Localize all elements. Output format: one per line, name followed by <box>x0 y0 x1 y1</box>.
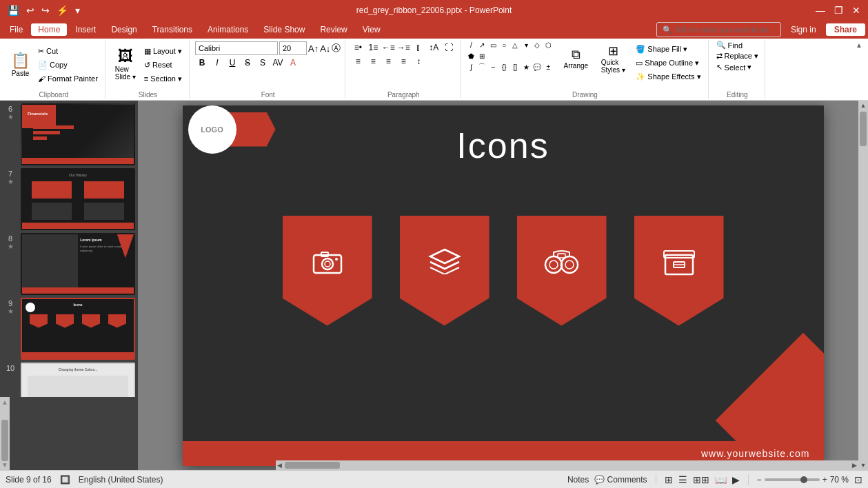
scroll-thumb[interactable] <box>1 420 8 461</box>
clear-format-button[interactable]: Ⓐ <box>332 42 341 54</box>
arc-tool[interactable]: ⌣ <box>488 62 498 72</box>
menu-transitions[interactable]: Transitions <box>145 23 199 36</box>
minimize-button[interactable]: — <box>814 4 827 17</box>
text-direction-button[interactable]: ↕A <box>427 41 441 54</box>
zoom-out-icon[interactable]: − <box>757 475 762 485</box>
more-icon[interactable]: ▾ <box>73 4 82 17</box>
notes-button[interactable]: Notes <box>567 475 589 485</box>
canvas-hscroll-thumb[interactable] <box>285 462 340 469</box>
paste-button[interactable]: 📋 Paste <box>7 46 34 83</box>
canvas-scrollbar[interactable]: ▲ ▼ <box>858 101 868 470</box>
bold-button[interactable]: B <box>195 57 209 69</box>
line-spacing-button[interactable]: ↕ <box>412 55 425 68</box>
copy-button[interactable]: 📄 Copy <box>35 59 101 71</box>
line-tool[interactable]: / <box>466 40 476 50</box>
slide-thumb-9[interactable]: Icons <box>21 298 135 360</box>
increase-indent-button[interactable]: →≡ <box>396 41 410 54</box>
layout-button[interactable]: ▦ Layout ▾ <box>141 45 185 57</box>
italic-button[interactable]: I <box>210 57 224 69</box>
bracket-tool[interactable]: [] <box>510 62 520 72</box>
callout-tool[interactable]: 💬 <box>532 62 542 72</box>
equation-tool[interactable]: ± <box>543 62 553 72</box>
brace-tool[interactable]: {} <box>499 62 509 72</box>
bullets-button[interactable]: ≡• <box>351 41 365 54</box>
menu-review[interactable]: Review <box>313 23 354 36</box>
maximize-button[interactable]: ❐ <box>832 4 845 17</box>
slide-sorter-button[interactable]: ⊞⊞ <box>693 474 709 485</box>
scroll-up-arrow[interactable]: ▲ <box>1 398 8 406</box>
close-button[interactable]: ✕ <box>850 4 862 17</box>
triangle-tool[interactable]: △ <box>510 40 520 50</box>
menu-design[interactable]: Design <box>104 23 143 36</box>
underline-button[interactable]: U <box>225 57 239 69</box>
zoom-slider[interactable] <box>765 478 820 481</box>
canvas-hscrollbar[interactable]: ◀ ▶ <box>276 460 858 470</box>
format-painter-button[interactable]: 🖌 Format Painter <box>35 72 101 85</box>
replace-button[interactable]: ⇄ Replace ▾ <box>714 51 760 61</box>
strikethrough-button[interactable]: S <box>241 57 254 69</box>
new-slide-button[interactable]: 🖼 NewSlide ▾ <box>111 46 140 83</box>
menu-view[interactable]: View <box>356 23 387 36</box>
select-button[interactable]: ↖ Select ▾ <box>714 62 760 72</box>
freeform-tool[interactable]: ⌒ <box>477 62 487 72</box>
arrange-button[interactable]: ⧉ Arrange <box>558 40 593 77</box>
scroll-down-arrow[interactable]: ▼ <box>1 461 8 469</box>
arrow-tool[interactable]: ↗ <box>477 40 487 50</box>
slide-panel-scrollbar[interactable]: ▲ ▼ <box>0 397 10 470</box>
menu-animations[interactable]: Animations <box>201 23 255 36</box>
cols-button[interactable]: ⫿ <box>412 41 425 54</box>
align-center-button[interactable]: ≡ <box>366 55 380 68</box>
increase-font-button[interactable]: A↑ <box>308 43 319 54</box>
more-shapes-tool[interactable]: ▾ <box>521 40 531 50</box>
cut-button[interactable]: ✂ Cut <box>35 45 101 57</box>
undo-icon[interactable]: ↩ <box>24 4 37 17</box>
share-button[interactable]: Share <box>826 23 865 36</box>
quick-styles-button[interactable]: ⊞ QuickStyles ▾ <box>596 40 630 77</box>
menu-home[interactable]: Home <box>31 23 67 36</box>
shape-fill-button[interactable]: 🪣 Shape Fill ▾ <box>633 43 703 55</box>
normal-view-button[interactable]: ⊞ <box>665 474 673 485</box>
find-button[interactable]: 🔍 Find <box>714 40 760 50</box>
font-name-input[interactable]: Calibri <box>195 41 278 55</box>
shape2[interactable]: ◇ <box>532 40 542 50</box>
decrease-indent-button[interactable]: ←≡ <box>381 41 395 54</box>
rect-tool[interactable]: ▭ <box>488 40 498 50</box>
shape4[interactable]: ⬟ <box>466 51 476 61</box>
slide-thumb-6[interactable]: Financials <box>21 103 135 165</box>
auto-save-icon[interactable]: ⚡ <box>54 4 70 17</box>
canvas-hscroll-right[interactable]: ▶ <box>852 462 857 469</box>
save-icon[interactable]: 💾 <box>6 4 21 17</box>
menu-insert[interactable]: Insert <box>68 23 103 36</box>
slide-thumb-10[interactable]: Changing theme Colors... <box>21 363 135 397</box>
comments-button[interactable]: 💬 Comments <box>594 475 647 485</box>
menu-slideshow[interactable]: Slide Show <box>256 23 312 36</box>
canvas-scroll-down[interactable]: ▼ <box>860 462 867 469</box>
text-shadow-button[interactable]: S <box>256 57 270 69</box>
align-left-button[interactable]: ≡ <box>351 55 365 68</box>
curve-tool[interactable]: ∫ <box>466 62 476 72</box>
reading-view-button[interactable]: 📖 <box>715 474 727 485</box>
signin-button[interactable]: Sign in <box>785 23 822 36</box>
redo-icon[interactable]: ↪ <box>39 4 52 17</box>
slide-thumb-8[interactable]: Lorem Ipsum Lorem ipsum dolor sit amet c… <box>21 233 135 295</box>
shape5[interactable]: ⊞ <box>477 51 487 61</box>
char-spacing-button[interactable]: AV <box>271 57 285 69</box>
zoom-in-icon[interactable]: + <box>822 475 827 485</box>
numbering-button[interactable]: 1≡ <box>366 41 380 54</box>
align-right-button[interactable]: ≡ <box>381 55 395 68</box>
slideshow-button[interactable]: ▶ <box>732 474 740 485</box>
font-size-input[interactable]: 20 <box>279 41 307 55</box>
canvas-scroll-thumb[interactable] <box>860 112 867 146</box>
menu-file[interactable]: File <box>3 23 30 36</box>
zoom-handle[interactable] <box>800 476 807 483</box>
star-tool[interactable]: ★ <box>521 62 531 72</box>
zoom-control[interactable]: − + 70 % <box>757 475 849 485</box>
collapse-ribbon-button[interactable]: ▲ <box>853 40 865 99</box>
canvas-scroll-up[interactable]: ▲ <box>860 102 867 109</box>
outline-view-button[interactable]: ☰ <box>678 474 687 485</box>
slide-thumb-7[interactable]: Our History <box>21 168 135 230</box>
canvas-hscroll-left[interactable]: ◀ <box>277 462 282 469</box>
shape-effects-button[interactable]: ✨ Shape Effects ▾ <box>633 70 703 83</box>
font-color-button[interactable]: A <box>286 57 300 69</box>
decrease-font-button[interactable]: A↓ <box>320 43 330 54</box>
